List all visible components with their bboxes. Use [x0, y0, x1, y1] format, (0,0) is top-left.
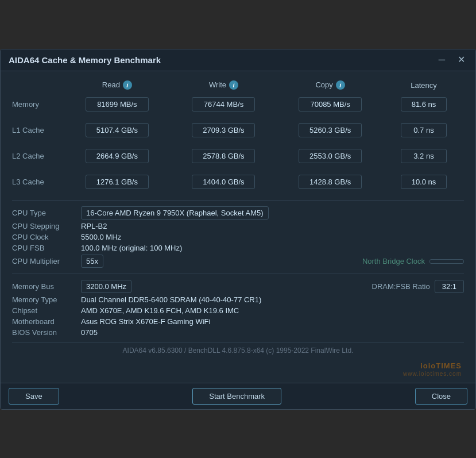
- memory-bus-label: Memory Bus: [12, 282, 81, 291]
- copy-value: 1428.8 GB/s: [299, 175, 362, 189]
- chipset-value: AMD X670E, AMD K19.6 FCH, AMD K19.6 IMC: [81, 306, 464, 315]
- write-value: 76744 MB/s: [192, 97, 255, 111]
- write-value: 2709.3 GB/s: [192, 123, 255, 137]
- copy-info-icon[interactable]: i: [336, 80, 345, 90]
- read-header: Read i: [64, 78, 171, 94]
- memory-type-label: Memory Type: [12, 295, 81, 304]
- memory-type-row: Memory Type Dual Channel DDR5-6400 SDRAM…: [12, 294, 464, 305]
- cpu-type-label: CPU Type: [12, 209, 81, 217]
- cpu-multiplier-row: CPU Multiplier 55x North Bridge Clock: [12, 253, 464, 269]
- latency-value: 81.6 ns: [401, 97, 447, 111]
- write-header: Write i: [171, 78, 277, 94]
- motherboard-label: Motherboard: [12, 317, 81, 326]
- north-bridge-clock-label: North Bridge Clock: [362, 257, 425, 265]
- table-row: L3 Cache1276.1 GB/s1404.0 GB/s1428.8 GB/…: [12, 172, 464, 192]
- row-label: L1 Cache: [12, 120, 64, 140]
- cpu-type-value: 16-Core AMD Ryzen 9 7950X (Raphael, Sock…: [81, 206, 269, 220]
- table-row: Memory81699 MB/s76744 MB/s70085 MB/s81.6…: [12, 94, 464, 114]
- latency-value: 0.7 ns: [401, 123, 447, 137]
- write-value: 2578.8 GB/s: [192, 149, 255, 163]
- main-window: AIDA64 Cache & Memory Benchmark ─ ✕ Read…: [0, 49, 476, 410]
- cpu-fsb-label: CPU FSB: [12, 244, 81, 252]
- cpu-info-section: CPU Type 16-Core AMD Ryzen 9 7950X (Raph…: [12, 205, 464, 269]
- cpu-clock-value: 5500.0 MHz: [81, 233, 464, 241]
- memory-type-value: Dual Channel DDR5-6400 SDRAM (40-40-40-7…: [81, 295, 464, 304]
- row-label: L3 Cache: [12, 172, 64, 192]
- row-label: L2 Cache: [12, 146, 64, 166]
- motherboard-value: Asus ROG Strix X670E-F Gaming WiFi: [81, 317, 464, 326]
- close-button[interactable]: Close: [415, 388, 467, 405]
- dram-fsb-label: DRAM:FSB Ratio: [372, 282, 430, 291]
- cpu-stepping-label: CPU Stepping: [12, 222, 81, 230]
- watermark-line1: ioioTIMES: [420, 361, 462, 370]
- cpu-stepping-value: RPL-B2: [81, 222, 464, 230]
- table-row: L1 Cache5107.4 GB/s2709.3 GB/s5260.3 GB/…: [12, 120, 464, 140]
- chipset-row: Chipset AMD X670E, AMD K19.6 FCH, AMD K1…: [12, 305, 464, 316]
- title-bar-controls: ─ ✕: [436, 55, 467, 64]
- cpu-stepping-row: CPU Stepping RPL-B2: [12, 221, 464, 232]
- read-value: 5107.4 GB/s: [86, 123, 149, 137]
- benchmark-table: Read i Write i Copy i: [12, 78, 464, 192]
- copy-value: 70085 MB/s: [299, 97, 362, 111]
- cpu-clock-row: CPU Clock 5500.0 MHz: [12, 232, 464, 243]
- content-area: Read i Write i Copy i: [1, 71, 475, 383]
- memory-bus-row: Memory Bus 3200.0 MHz DRAM:FSB Ratio 32:…: [12, 279, 464, 294]
- memory-info-section: Memory Bus 3200.0 MHz DRAM:FSB Ratio 32:…: [12, 279, 464, 338]
- watermark-line2: www.ioiotimes.com: [403, 371, 462, 377]
- north-bridge-clock-value: [429, 259, 464, 264]
- table-spacer: [12, 140, 464, 146]
- bios-version-value: 0705: [81, 328, 464, 337]
- cpu-multiplier-value: 55x: [81, 255, 103, 268]
- memory-bus-value: 3200.0 MHz: [81, 280, 131, 293]
- button-bar: Save Start Benchmark Close: [1, 383, 475, 409]
- write-value: 1404.0 GB/s: [192, 175, 255, 189]
- latency-header: Latency: [384, 78, 464, 94]
- cpu-multiplier-label: CPU Multiplier: [12, 257, 81, 265]
- copy-header: Copy i: [277, 78, 384, 94]
- table-spacer: [12, 166, 464, 172]
- read-value: 1276.1 GB/s: [86, 175, 149, 189]
- motherboard-row: Motherboard Asus ROG Strix X670E-F Gamin…: [12, 316, 464, 327]
- copy-value: 5260.3 GB/s: [299, 123, 362, 137]
- window-title: AIDA64 Cache & Memory Benchmark: [9, 55, 161, 65]
- write-info-icon[interactable]: i: [229, 80, 238, 90]
- latency-value: 3.2 ns: [401, 149, 447, 163]
- title-bar: AIDA64 Cache & Memory Benchmark ─ ✕: [1, 49, 475, 71]
- read-value: 2664.9 GB/s: [86, 149, 149, 163]
- row-label: Memory: [12, 94, 64, 114]
- minimize-button[interactable]: ─: [436, 55, 447, 64]
- footer-text: AIDA64 v6.85.6300 / BenchDLL 4.6.875.8-x…: [12, 342, 464, 360]
- latency-value: 10.0 ns: [401, 175, 447, 189]
- cpu-type-row: CPU Type 16-Core AMD Ryzen 9 7950X (Raph…: [12, 205, 464, 221]
- cpu-fsb-value: 100.0 MHz (original: 100 MHz): [81, 244, 464, 252]
- read-value: 81699 MB/s: [86, 97, 149, 111]
- cpu-clock-label: CPU Clock: [12, 233, 81, 241]
- cpu-fsb-row: CPU FSB 100.0 MHz (original: 100 MHz): [12, 243, 464, 253]
- chipset-label: Chipset: [12, 306, 81, 315]
- close-window-button[interactable]: ✕: [455, 55, 467, 64]
- table-spacer: [12, 114, 464, 120]
- copy-value: 2553.0 GB/s: [299, 149, 362, 163]
- bios-version-row: BIOS Version 0705: [12, 327, 464, 338]
- save-button[interactable]: Save: [9, 388, 59, 405]
- read-info-icon[interactable]: i: [123, 80, 132, 90]
- table-row: L2 Cache2664.9 GB/s2578.8 GB/s2553.0 GB/…: [12, 146, 464, 166]
- watermark: ioioTIMES www.ioiotimes.com: [12, 360, 464, 378]
- dram-fsb-value: 32:1: [435, 280, 464, 293]
- bios-version-label: BIOS Version: [12, 328, 81, 337]
- start-benchmark-button[interactable]: Start Benchmark: [192, 388, 281, 405]
